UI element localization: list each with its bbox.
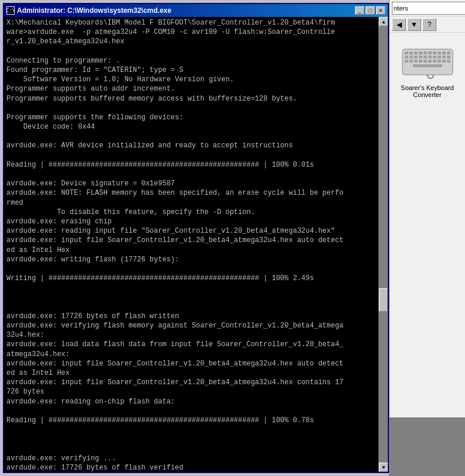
svg-rect-12 [409, 56, 413, 58]
svg-rect-16 [428, 56, 432, 58]
scrollbar-thumb[interactable] [379, 288, 388, 312]
keyboard-image [401, 44, 454, 80]
cmd-titlebar: C:\ Administrator: C:\Windows\system32\c… [4, 4, 388, 17]
svg-rect-2 [409, 51, 413, 54]
right-panel: 🔍 ◀ ▼ ? [389, 0, 465, 476]
cmd-icon: C:\ [6, 6, 15, 15]
minimize-button[interactable]: _ [355, 6, 364, 15]
svg-rect-24 [419, 60, 422, 63]
svg-rect-20 [447, 56, 450, 58]
svg-rect-27 [433, 60, 436, 63]
cmd-content-area: X:\Mechanical Keyboards\IBM Model F BIGF… [4, 17, 388, 472]
svg-rect-11 [405, 56, 408, 58]
help-button[interactable]: ? [422, 18, 436, 31]
cmd-scrollbar[interactable]: ▲ ▼ [378, 17, 388, 472]
cmd-title: Administrator: C:\Windows\system32\cmd.e… [17, 6, 171, 15]
right-toolbar: ◀ ▼ ? [390, 16, 465, 33]
svg-rect-8 [438, 51, 441, 54]
titlebar-left: C:\ Administrator: C:\Windows\system32\c… [6, 6, 171, 15]
dropdown-button[interactable]: ▼ [407, 18, 421, 31]
svg-rect-3 [414, 51, 418, 54]
keyboard-label: Soarer's Keyboard Converter [401, 84, 454, 98]
svg-rect-9 [442, 51, 446, 54]
svg-rect-17 [433, 56, 436, 58]
titlebar-buttons: _ □ ✕ [355, 6, 385, 15]
svg-rect-18 [438, 56, 441, 58]
scrollbar-track[interactable] [379, 26, 388, 463]
svg-rect-14 [419, 56, 422, 58]
svg-rect-30 [447, 60, 450, 63]
cmd-window: C:\ Administrator: C:\Windows\system32\c… [3, 3, 389, 473]
svg-rect-28 [438, 60, 441, 63]
svg-rect-15 [423, 56, 427, 58]
svg-rect-25 [423, 60, 427, 63]
back-button[interactable]: ◀ [392, 18, 406, 31]
right-bottom-panel [390, 418, 465, 476]
svg-rect-23 [414, 60, 418, 63]
svg-rect-22 [409, 60, 413, 63]
svg-rect-4 [419, 51, 422, 54]
search-input[interactable] [392, 2, 465, 15]
svg-rect-6 [428, 51, 432, 54]
svg-rect-13 [414, 56, 418, 58]
svg-rect-21 [405, 60, 408, 63]
svg-rect-19 [442, 56, 446, 58]
right-panel-header: 🔍 [390, 0, 465, 16]
svg-rect-7 [433, 51, 436, 54]
svg-rect-31 [413, 64, 442, 67]
right-content: Soarer's Keyboard Converter [390, 33, 465, 418]
maximize-button[interactable]: □ [366, 6, 375, 15]
svg-rect-1 [405, 51, 408, 54]
cmd-terminal[interactable]: X:\Mechanical Keyboards\IBM Model F BIGF… [4, 17, 378, 472]
svg-rect-26 [428, 60, 432, 63]
scroll-down-button[interactable]: ▼ [379, 463, 388, 472]
svg-rect-29 [442, 60, 446, 63]
svg-rect-5 [423, 51, 427, 54]
scroll-up-button[interactable]: ▲ [379, 17, 388, 26]
close-button[interactable]: ✕ [376, 6, 385, 15]
svg-rect-10 [447, 51, 450, 54]
